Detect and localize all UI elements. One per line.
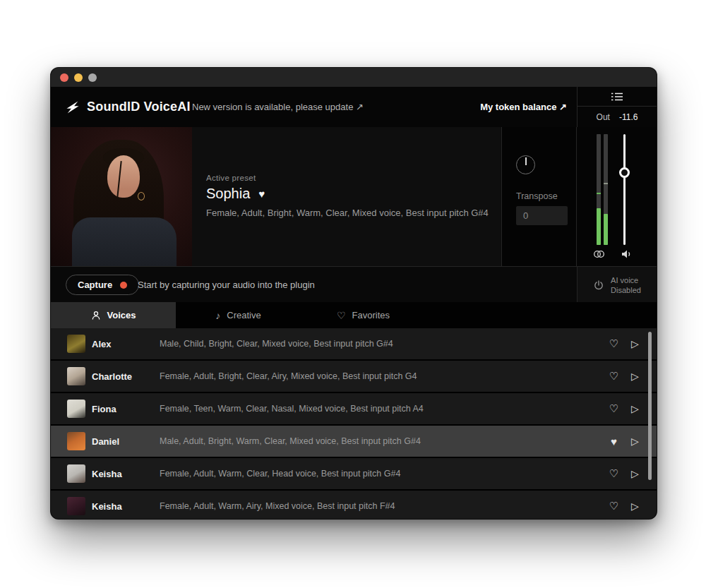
meter-peak-tick xyxy=(597,193,601,194)
capture-hint: Start by capturing your audio into the p… xyxy=(138,267,315,303)
transpose-panel: Transpose xyxy=(501,127,577,266)
out-value: -11.6 xyxy=(619,112,638,122)
tabs-bar: Voices ♪ Creative ♡ Favorites xyxy=(51,302,657,328)
tab-favorites-label: Favorites xyxy=(352,310,390,320)
preset-description: Female, Adult, Bright, Warm, Clear, Mixe… xyxy=(206,208,489,218)
meter-fill xyxy=(597,208,601,245)
voice-row-fiona[interactable]: Fiona Female, Teen, Warm, Clear, Nasal, … xyxy=(51,393,657,424)
favorite-heart-icon[interactable]: ♡ xyxy=(608,500,620,512)
meter-icons-row xyxy=(577,248,640,260)
voice-row-charlotte[interactable]: Charlotte Female, Adult, Bright, Clear, … xyxy=(51,361,657,392)
soundid-logo-icon xyxy=(65,100,80,115)
stereo-icon[interactable] xyxy=(593,248,605,260)
tab-voices-label: Voices xyxy=(107,310,136,320)
brand: SoundID VoiceAI xyxy=(65,87,191,127)
favorite-heart-icon[interactable]: ♡ xyxy=(608,467,620,480)
output-level-readout: Out -11.6 xyxy=(578,107,657,127)
voice-name: Fiona xyxy=(92,404,160,414)
app-title: SoundID VoiceAI xyxy=(87,100,191,114)
play-icon[interactable]: ▷ xyxy=(629,436,641,447)
favorite-heart-filled-icon[interactable]: ♥ xyxy=(608,436,620,448)
volume-slider-track[interactable] xyxy=(623,134,626,245)
tab-favorites[interactable]: ♡ Favorites xyxy=(301,302,426,328)
voice-row-daniel[interactable]: Daniel Male, Adult, Bright, Warm, Clear,… xyxy=(51,426,657,457)
preset-name: Sophia xyxy=(206,186,250,202)
meter-peak-tick xyxy=(604,183,608,184)
voice-list: Alex Male, Child, Bright, Clear, Mixed v… xyxy=(51,328,657,519)
voice-row-keisha-1[interactable]: Keisha Female, Adult, Warm, Clear, Head … xyxy=(51,458,657,489)
menu-button[interactable] xyxy=(578,87,657,107)
avatar xyxy=(67,400,85,418)
capture-button-label: Capture xyxy=(78,280,112,290)
tab-creative-label: Creative xyxy=(227,310,261,320)
ai-voice-line2: Disabled xyxy=(611,285,641,295)
row-actions: ♡ ▷ xyxy=(608,500,657,512)
avatar xyxy=(67,432,85,450)
favorite-heart-icon[interactable]: ♡ xyxy=(608,370,620,383)
voice-row-alex[interactable]: Alex Male, Child, Bright, Clear, Mixed v… xyxy=(51,328,657,359)
titlebar xyxy=(51,68,657,87)
heart-outline-icon: ♡ xyxy=(337,310,346,321)
voice-description: Female, Adult, Warm, Clear, Head voice, … xyxy=(160,469,400,479)
level-meter-left xyxy=(597,134,601,245)
zoom-button[interactable] xyxy=(88,73,97,82)
ai-voice-status-text: AI voice Disabled xyxy=(611,275,641,295)
active-preset-section: Active preset Sophia ♥ Female, Adult, Br… xyxy=(51,127,657,266)
volume-slider-handle[interactable] xyxy=(619,167,630,178)
voice-description: Female, Adult, Bright, Clear, Airy, Mixe… xyxy=(160,371,417,381)
minimize-button[interactable] xyxy=(74,73,83,82)
avatar xyxy=(67,497,85,515)
meter-fill xyxy=(604,214,608,245)
play-icon[interactable]: ▷ xyxy=(629,338,641,349)
token-balance-link[interactable]: My token balance ↗ xyxy=(480,87,567,127)
voice-description: Female, Adult, Warm, Airy, Mixed voice, … xyxy=(160,501,395,511)
close-button[interactable] xyxy=(60,73,68,82)
preset-name-row: Sophia ♥ xyxy=(206,186,265,202)
transpose-label: Transpose xyxy=(516,191,558,201)
voice-description: Male, Adult, Bright, Warm, Clear, Mixed … xyxy=(160,436,421,446)
favorite-heart-icon[interactable]: ♡ xyxy=(608,402,620,415)
photo-body xyxy=(72,217,176,266)
preset-info: Active preset Sophia ♥ Female, Adult, Br… xyxy=(192,127,501,266)
header: SoundID VoiceAI New version is available… xyxy=(51,87,657,127)
record-dot-icon xyxy=(120,282,127,289)
header-right-column: Out -11.6 xyxy=(577,87,657,127)
transpose-knob[interactable] xyxy=(516,155,535,174)
page: SoundID VoiceAI New version is available… xyxy=(0,0,706,588)
person-icon xyxy=(91,311,101,320)
tab-voices[interactable]: Voices xyxy=(51,302,176,328)
play-icon[interactable]: ▷ xyxy=(629,371,641,382)
avatar xyxy=(67,367,85,385)
output-meter-panel xyxy=(577,127,657,266)
voice-name: Alex xyxy=(92,339,160,349)
speaker-icon[interactable] xyxy=(621,248,632,260)
play-icon[interactable]: ▷ xyxy=(629,500,641,512)
photo-earring xyxy=(138,192,145,200)
voice-name: Keisha xyxy=(92,469,160,479)
level-meter-right xyxy=(604,134,608,245)
capture-button[interactable]: Capture xyxy=(66,275,139,295)
transpose-input[interactable] xyxy=(516,206,568,225)
list-scrollbar[interactable] xyxy=(648,332,652,480)
preset-favorite-heart-icon[interactable]: ♥ xyxy=(258,188,265,200)
play-icon[interactable]: ▷ xyxy=(629,468,641,479)
voice-name: Daniel xyxy=(92,436,160,447)
update-notice-link[interactable]: New version is available, please update … xyxy=(192,87,364,127)
avatar xyxy=(67,464,85,483)
favorite-heart-icon[interactable]: ♡ xyxy=(608,337,620,350)
tab-creative[interactable]: ♪ Creative xyxy=(176,302,301,328)
voice-description: Male, Child, Bright, Clear, Mixed voice,… xyxy=(160,339,393,349)
photo-face xyxy=(107,155,140,198)
voice-name: Charlotte xyxy=(92,371,160,382)
voice-name: Keisha xyxy=(92,501,160,512)
power-icon xyxy=(593,280,604,291)
play-icon[interactable]: ▷ xyxy=(629,403,641,414)
active-preset-label: Active preset xyxy=(206,174,256,182)
plugin-window: SoundID VoiceAI New version is available… xyxy=(51,68,657,519)
voice-description: Female, Teen, Warm, Clear, Nasal, Mixed … xyxy=(160,404,424,414)
music-note-icon: ♪ xyxy=(215,310,220,321)
voice-row-keisha-2[interactable]: Keisha Female, Adult, Warm, Airy, Mixed … xyxy=(51,491,657,519)
preset-photo xyxy=(51,127,192,266)
knob-pointer xyxy=(525,157,527,165)
ai-voice-status-panel[interactable]: AI voice Disabled xyxy=(577,267,657,303)
